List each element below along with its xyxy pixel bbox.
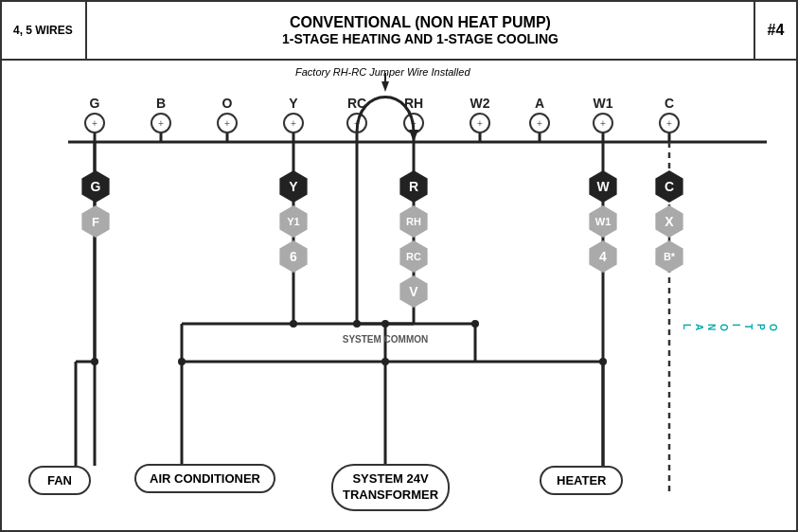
jumper-label: Factory RH-RC Jumper Wire Installed [295,66,470,78]
svg-point-17 [284,114,303,133]
hex-RH: RH [398,205,430,238]
title-area: CONVENTIONAL (NON HEAT PUMP) 1-STAGE HEA… [87,2,754,59]
svg-text:+: + [158,118,164,129]
diagram-container: 4, 5 WIRES CONVENTIONAL (NON HEAT PUMP) … [0,0,798,532]
ac-box: AIR CONDITIONER [134,464,275,493]
hex-C: C [653,170,685,203]
fan-box: FAN [28,466,91,495]
header-box: 4, 5 WIRES CONVENTIONAL (NON HEAT PUMP) … [2,2,796,61]
svg-text:O: O [222,96,233,111]
svg-point-47 [91,358,98,365]
svg-point-68 [290,320,297,328]
svg-text:W2: W2 [470,96,490,111]
svg-point-69 [471,320,479,328]
heater-box: HEATER [540,466,623,495]
svg-point-60 [599,358,607,365]
hex-R: R [398,170,430,203]
svg-marker-41 [409,130,418,142]
svg-text:W1: W1 [594,96,613,111]
hex-X: X [653,205,685,238]
svg-point-13 [151,114,170,133]
svg-text:+: + [600,118,606,129]
svg-text:Y: Y [289,96,298,111]
optional-label: OPTIONAL [681,324,779,333]
hex-RC: RC [398,240,430,273]
svg-point-11 [85,114,104,133]
hex-G: G [80,170,112,203]
hex-4: 4 [587,240,619,273]
hex-Y1: Y1 [277,205,310,238]
svg-point-57 [381,320,389,328]
svg-point-27 [594,114,612,133]
number-badge: #4 [754,2,796,59]
svg-text:RC: RC [347,96,366,111]
svg-point-23 [470,114,489,133]
svg-point-15 [218,114,237,133]
wires-label: 4, 5 WIRES [2,2,87,59]
svg-text:RH: RH [404,96,423,111]
svg-text:A: A [535,96,544,111]
svg-text:+: + [291,118,296,129]
svg-text:+: + [477,118,483,129]
svg-point-59 [381,358,389,365]
svg-point-25 [530,114,549,133]
svg-text:+: + [354,118,360,129]
hex-Y: Y [277,170,310,203]
title-sub: 1-STAGE HEATING AND 1-STAGE COOLING [282,31,559,46]
title-main: CONVENTIONAL (NON HEAT PUMP) [290,14,551,31]
hex-Bstar: B* [653,240,685,273]
hex-6: 6 [277,240,310,273]
svg-text:+: + [224,118,230,129]
svg-text:G: G [90,96,100,111]
hex-V: V [398,275,430,308]
svg-point-21 [404,114,423,133]
svg-marker-43 [381,81,389,92]
svg-text:B: B [156,96,166,111]
svg-point-63 [353,320,361,328]
svg-text:SYSTEM COMMON: SYSTEM COMMON [343,334,429,345]
svg-text:+: + [666,118,672,129]
hex-W: W [587,170,619,203]
svg-text:C: C [665,96,674,111]
hex-F: F [80,205,112,238]
svg-text:+: + [537,118,542,129]
svg-point-29 [660,114,679,133]
transformer-box: SYSTEM 24VTRANSFORMER [331,464,450,511]
svg-point-19 [347,114,366,133]
hex-W1: W1 [587,205,619,238]
svg-point-53 [178,358,186,365]
svg-text:+: + [92,118,98,129]
svg-text:+: + [411,118,417,129]
